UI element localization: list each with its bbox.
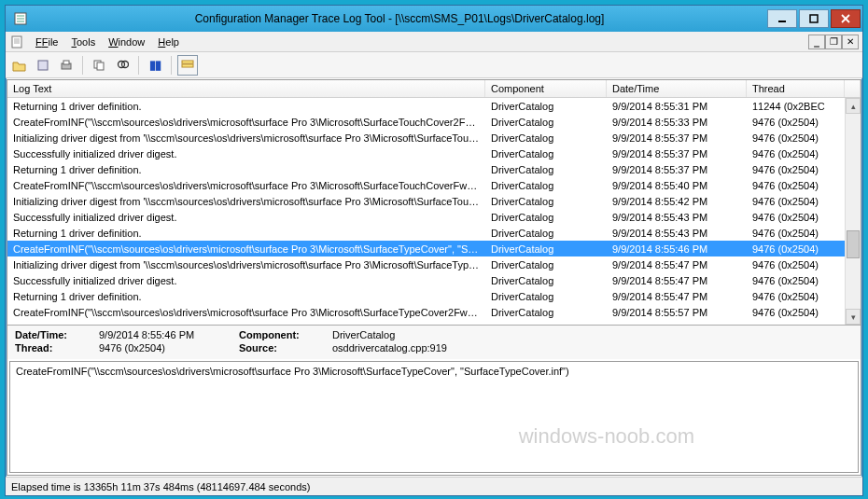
cell-thread: 11244 (0x2BEC: [747, 100, 845, 113]
cell-component: DriverCatalog: [485, 290, 607, 303]
content-area: Log Text Component Date/Time Thread Retu…: [7, 79, 861, 476]
svg-rect-12: [38, 61, 48, 70]
column-header-component[interactable]: Component: [485, 80, 607, 97]
table-row[interactable]: Initializing driver digest from '\\sccm\…: [7, 256, 845, 272]
cell-logtext: Returning 1 driver definition.: [7, 100, 485, 113]
cell-thread: 9476 (0x2504): [747, 179, 845, 192]
highlight-button[interactable]: [177, 55, 198, 76]
table-row[interactable]: Initializing driver digest from '\\sccm\…: [7, 193, 845, 209]
table-row[interactable]: CreateFromINF("\\sccm\sources\os\drivers…: [7, 114, 845, 130]
close-button[interactable]: [831, 9, 861, 28]
menubar: FFile Tools Window Help ‗ ❐ ✕: [6, 32, 862, 52]
cell-component: DriverCatalog: [485, 116, 607, 129]
cell-datetime: 9/9/2014 8:55:47 PM: [607, 258, 747, 271]
refresh-button[interactable]: [33, 55, 53, 76]
window-title: Configuration Manager Trace Log Tool - […: [34, 12, 765, 25]
table-row[interactable]: CreateFromINF("\\sccm\sources\os\drivers…: [7, 241, 845, 256]
grid-rows[interactable]: Returning 1 driver definition.DriverCata…: [7, 98, 845, 325]
cell-thread: 9476 (0x2504): [747, 258, 845, 271]
cell-datetime: 9/9/2014 8:55:42 PM: [607, 195, 747, 208]
menu-file-label: File: [42, 36, 59, 48]
table-row[interactable]: CreateFromINF("\\sccm\sources\os\drivers…: [7, 304, 845, 320]
svg-rect-14: [63, 61, 69, 64]
cell-logtext: CreateFromINF("\\sccm\sources\os\drivers…: [7, 306, 485, 319]
cell-component: DriverCatalog: [485, 132, 607, 145]
column-header-thread[interactable]: Thread: [747, 80, 845, 97]
statusbar: Elapsed time is 13365h 11m 37s 484ms (48…: [6, 477, 862, 495]
menu-help[interactable]: Help: [152, 35, 185, 49]
svg-rect-20: [182, 64, 193, 67]
cell-component: DriverCatalog: [485, 258, 607, 271]
table-row[interactable]: Returning 1 driver definition.DriverCata…: [7, 161, 845, 177]
menu-file[interactable]: FFile: [30, 35, 63, 49]
cell-component: DriverCatalog: [485, 100, 607, 113]
scroll-thumb[interactable]: [847, 230, 860, 258]
column-header-logtext[interactable]: Log Text: [7, 80, 485, 97]
pause-button[interactable]: ▮▮: [145, 55, 165, 76]
cell-component: DriverCatalog: [485, 147, 607, 160]
cell-datetime: 9/9/2014 8:55:43 PM: [607, 227, 747, 240]
menu-window[interactable]: Window: [103, 35, 150, 49]
scroll-up-icon[interactable]: ▴: [846, 98, 861, 114]
status-text: Elapsed time is 13365h 11m 37s 484ms (48…: [11, 481, 310, 492]
toolbar-separator: [138, 56, 139, 75]
column-header-datetime[interactable]: Date/Time: [607, 80, 747, 97]
cell-logtext: CreateFromINF("\\sccm\sources\os\drivers…: [7, 243, 485, 256]
cell-datetime: 9/9/2014 8:55:43 PM: [607, 211, 747, 224]
cell-logtext: Initializing driver digest from '\\sccm\…: [7, 195, 485, 208]
cell-component: DriverCatalog: [485, 274, 607, 287]
maximize-button[interactable]: [799, 9, 829, 28]
log-grid: Log Text Component Date/Time Thread Retu…: [7, 80, 861, 325]
table-row[interactable]: Returning 1 driver definition.DriverCata…: [7, 225, 845, 241]
table-row[interactable]: Successfully initialized driver digest.D…: [7, 146, 845, 161]
cell-datetime: 9/9/2014 8:55:37 PM: [607, 163, 747, 176]
open-button[interactable]: [9, 55, 30, 76]
cell-component: DriverCatalog: [485, 211, 607, 224]
cell-thread: 9476 (0x2504): [747, 290, 845, 303]
cell-datetime: 9/9/2014 8:55:46 PM: [607, 243, 747, 256]
find-button[interactable]: [112, 55, 133, 76]
menu-tools[interactable]: Tools: [65, 35, 101, 49]
cell-thread: 9476 (0x2504): [747, 243, 845, 256]
table-row[interactable]: Initializing driver digest from '\\sccm\…: [7, 130, 845, 146]
cell-component: DriverCatalog: [485, 195, 607, 208]
cell-datetime: 9/9/2014 8:55:31 PM: [607, 100, 747, 113]
copy-button[interactable]: [89, 55, 109, 76]
cell-component: DriverCatalog: [485, 179, 607, 192]
mdi-restore-button[interactable]: ❐: [825, 35, 842, 49]
detail-datetime-value: 9/9/2014 8:55:46 PM: [99, 329, 220, 340]
table-row[interactable]: Returning 1 driver definition.DriverCata…: [7, 288, 845, 304]
print-button[interactable]: [56, 55, 77, 76]
detail-thread-label: Thread:: [15, 342, 80, 353]
detail-pane: Date/Time: 9/9/2014 8:55:46 PM Component…: [7, 325, 861, 359]
cell-component: DriverCatalog: [485, 163, 607, 176]
minimize-button[interactable]: [767, 9, 797, 28]
cell-component: DriverCatalog: [485, 243, 607, 256]
app-window: Configuration Manager Trace Log Tool - […: [5, 5, 863, 496]
titlebar[interactable]: Configuration Manager Trace Log Tool - […: [6, 6, 862, 32]
cell-datetime: 9/9/2014 8:55:47 PM: [607, 274, 747, 287]
scroll-track[interactable]: [846, 114, 861, 309]
cell-logtext: CreateFromINF("\\sccm\sources\os\drivers…: [7, 116, 485, 129]
cell-thread: 9476 (0x2504): [747, 306, 845, 319]
cell-component: DriverCatalog: [485, 306, 607, 319]
message-pane[interactable]: CreateFromINF("\\sccm\sources\os\drivers…: [9, 361, 859, 473]
cell-thread: 9476 (0x2504): [747, 116, 845, 129]
cell-thread: 9476 (0x2504): [747, 132, 845, 145]
detail-datetime-label: Date/Time:: [15, 329, 80, 340]
mdi-close-button[interactable]: ✕: [842, 35, 859, 49]
cell-datetime: 9/9/2014 8:55:40 PM: [607, 179, 747, 192]
vertical-scrollbar[interactable]: ▴ ▾: [845, 98, 861, 325]
mdi-minimize-button[interactable]: ‗: [808, 35, 825, 49]
column-header-scroll: [845, 80, 861, 97]
app-icon: [13, 11, 28, 26]
cell-logtext: CreateFromINF("\\sccm\sources\os\drivers…: [7, 179, 485, 192]
table-row[interactable]: CreateFromINF("\\sccm\sources\os\drivers…: [7, 177, 845, 193]
svg-rect-5: [810, 15, 818, 22]
cell-datetime: 9/9/2014 8:55:57 PM: [607, 306, 747, 319]
table-row[interactable]: Successfully initialized driver digest.D…: [7, 272, 845, 288]
scroll-down-icon[interactable]: ▾: [846, 309, 861, 325]
table-row[interactable]: Successfully initialized driver digest.D…: [7, 209, 845, 225]
cell-thread: 9476 (0x2504): [747, 163, 845, 176]
table-row[interactable]: Returning 1 driver definition.DriverCata…: [7, 98, 845, 114]
